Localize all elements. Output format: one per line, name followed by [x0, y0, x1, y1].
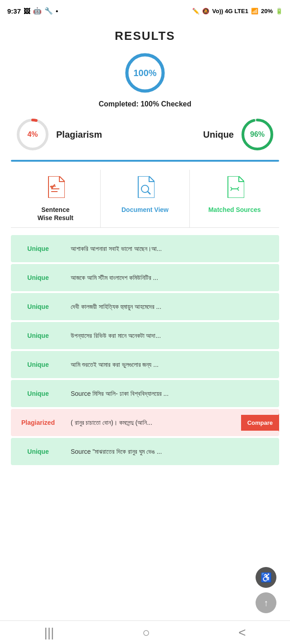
results-title: RESULTS — [11, 29, 279, 43]
unique-badge: Unique — [11, 298, 65, 315]
status-bar: 9:37 🖼 🤖 🔧 • ✏️ 🔕 Vo)) 4G LTE1 📶 20% 🔋 — [0, 0, 290, 22]
result-text: ( রানুর চাচাতো বোন)। কমলেন্দু (আনি... — [65, 414, 241, 432]
accessibility-fab[interactable]: ♿ — [256, 567, 276, 588]
signal-bars: 📶 — [251, 8, 258, 14]
result-row: Unique Source "মাঝরাতের দিকে রানুর ঘুম ভ… — [11, 438, 279, 465]
result-text: উপন্যাসের রিভিউ করা মানে অনেকটা আদা... — [65, 327, 279, 345]
result-row: Unique আজকে আমি স্টীম বাংলাদেশ কমিউনিটির… — [11, 264, 279, 291]
result-row: Unique দেবী কালজয়ী সাহিত্যিক হুমায়ুন আ… — [11, 293, 279, 320]
progress-circle-container: 100% — [11, 50, 279, 96]
mute-icon: 🔕 — [202, 8, 209, 14]
result-text: Source "মাঝরাতের দিকে রানুর ঘুম ভেঙ ... — [65, 443, 279, 461]
result-text: আজকে আমি স্টীম বাংলাদেশ কমিউনিটির ... — [65, 269, 279, 287]
doc-check-icon — [46, 176, 65, 202]
nav-back-button[interactable]: < — [229, 622, 255, 644]
plagiarism-stat: 4% Plagiarism — [15, 117, 102, 152]
result-text: আশাকরি আপনারা সবাই ভালো আছেন।আ... — [65, 240, 279, 258]
main-content: RESULTS 100% Completed: 100% Checked 4% — [0, 22, 290, 474]
result-row: Unique আশাকরি আপনারা সবাই ভালো আছেন।আ... — [11, 235, 279, 262]
tab-document-label: Document View — [121, 206, 169, 214]
unique-badge: Unique — [11, 327, 65, 344]
unique-badge: Unique — [11, 443, 65, 460]
result-row: Unique আমি শুরতেই আমার করা ভুলগুলোর জন্য… — [11, 351, 279, 378]
result-text: Source মিসির আলি- ঢাকা বিশ্ববিদ্যালয়ের … — [65, 385, 279, 403]
plagiarized-result-row: Plagiarized ( রানুর চাচাতো বোন)। কমলেন্দ… — [11, 409, 279, 436]
tab-document-view[interactable]: Document View — [101, 170, 190, 227]
result-row: Unique Source মিসির আলি- ঢাকা বিশ্ববিদ্য… — [11, 380, 279, 407]
tab-sentence-wise[interactable]: SentenceWise Result — [11, 170, 101, 227]
result-text: আমি শুরতেই আমার করা ভুলগুলোর জন্য ... — [65, 356, 279, 374]
tab-matched-sources[interactable]: Matched Sources — [190, 170, 279, 227]
tab-sentence-label: SentenceWise Result — [38, 206, 73, 222]
doc-search-icon — [135, 176, 155, 202]
doc-arrows-icon — [225, 176, 244, 202]
unique-badge: Unique — [11, 356, 65, 373]
blue-divider — [11, 160, 279, 162]
view-tabs: SentenceWise Result Document View — [11, 170, 279, 228]
signal-info: Vo)) 4G LTE1 — [212, 8, 248, 14]
plagiarism-circle: 4% — [15, 117, 50, 152]
unique-stat: Unique 96% — [203, 117, 275, 152]
android-icon: 🤖 — [33, 7, 42, 15]
photo-icon: 🖼 — [24, 7, 30, 15]
battery-percent: 20% — [261, 8, 273, 14]
scroll-up-fab[interactable]: ↑ — [256, 592, 276, 613]
completed-text: Completed: 100% Checked — [11, 100, 279, 108]
nav-home-button[interactable]: ||| — [35, 622, 63, 644]
plagiarism-label: Plagiarism — [56, 130, 102, 140]
time-display: 9:37 — [7, 7, 21, 15]
stats-row: 4% Plagiarism Unique 96% — [11, 117, 279, 152]
plagiarized-badge: Plagiarized — [11, 414, 65, 431]
progress-percent: 100% — [133, 68, 156, 78]
unique-badge: Unique — [11, 269, 65, 286]
result-list: Unique আশাকরি আপনারা সবাই ভালো আছেন।আ...… — [11, 235, 279, 465]
status-left: 9:37 🖼 🤖 🔧 • — [7, 7, 58, 15]
main-progress-circle: 100% — [122, 50, 168, 96]
pencil-icon: ✏️ — [192, 8, 199, 14]
fab-area: ♿ ↑ — [256, 567, 276, 613]
bottom-nav: ||| ○ < — [0, 620, 290, 644]
battery-icon: 🔋 — [276, 8, 283, 14]
status-right: ✏️ 🔕 Vo)) 4G LTE1 📶 20% 🔋 — [192, 8, 283, 14]
unique-circle: 96% — [240, 117, 275, 152]
dot-indicator: • — [56, 7, 58, 15]
unique-percent: 96% — [250, 130, 265, 139]
unique-badge: Unique — [11, 240, 65, 257]
nav-circle-button[interactable]: ○ — [133, 622, 159, 644]
svg-line-10 — [148, 192, 150, 194]
tools-icon: 🔧 — [44, 7, 53, 15]
svg-point-9 — [141, 185, 149, 192]
unique-label: Unique — [203, 130, 234, 140]
unique-badge: Unique — [11, 385, 65, 402]
result-text: দেবী কালজয়ী সাহিত্যিক হুমায়ুন আহমেদের … — [65, 298, 279, 316]
plagiarism-percent: 4% — [27, 130, 38, 139]
compare-button[interactable]: Compare — [241, 415, 279, 431]
tab-matched-label: Matched Sources — [208, 206, 261, 214]
result-row: Unique উপন্যাসের রিভিউ করা মানে অনেকটা আ… — [11, 322, 279, 349]
